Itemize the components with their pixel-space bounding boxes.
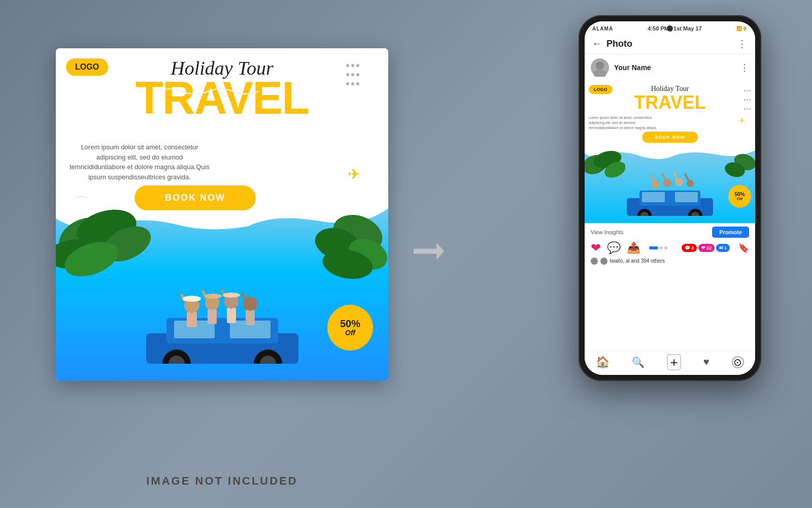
dot-active — [649, 246, 658, 249]
view-insights-link[interactable]: View Insights — [591, 229, 624, 235]
mini-discount-off: Off — [737, 197, 742, 202]
mini-dot-pattern — [743, 85, 751, 112]
likers-text: lwaito, al and 394 others — [610, 258, 665, 264]
nav-bar: ← Photo ⋮ — [585, 34, 755, 54]
message-badge: ✉ 1 — [716, 244, 730, 252]
svg-point-30 — [205, 294, 222, 299]
mini-scene — [619, 150, 721, 218]
action-area: View Insights Promote ❤ 💬 📤 💬 4 — [585, 223, 755, 270]
profile-row: Your Name ⋮ — [585, 54, 755, 81]
book-now-label: BOOK NOW — [165, 193, 225, 203]
discount-percent: 50% — [340, 318, 360, 329]
carrier-text: ALAMA — [592, 26, 613, 31]
nav-profile-button[interactable]: ⊙ — [732, 356, 744, 368]
mini-title: TRAVEL — [634, 92, 705, 113]
svg-rect-43 — [675, 192, 698, 202]
nav-heart-button[interactable]: ♥ — [703, 356, 709, 368]
status-icons: 📶🔋 — [736, 26, 748, 31]
status-time: 4:50 PM | 1st May 17 — [648, 25, 701, 31]
dot-inactive-1 — [660, 246, 663, 249]
phone-mockup: ALAMA 4:50 PM | 1st May 17 📶🔋 ← Photo ⋮ … — [579, 15, 761, 381]
mini-discount-percent: 50% — [734, 192, 745, 197]
reaction-bar: ❤ 💬 📤 💬 4 ❤ 12 — [591, 241, 749, 255]
design-card: LOGO Holiday Tour TRAVEL Lorem ipsum dol… — [56, 48, 388, 381]
mini-description: Lorem ipsum dolor sit amet, consectetur … — [589, 115, 660, 130]
mini-trees-right — [725, 144, 755, 185]
bottom-navigation: 🏠 🔍 + ♥ ⊙ — [585, 351, 755, 375]
liker-avatar-1 — [591, 258, 598, 265]
svg-rect-21 — [208, 309, 217, 324]
mini-plane-icon: ✈ — [739, 116, 745, 124]
back-button[interactable]: ← — [592, 39, 601, 49]
mini-post-card: LOGO Holiday Tour TRAVEL Lorem ipsum dol… — [585, 81, 755, 223]
plane-icon: ✈ — [348, 165, 360, 183]
mini-book-button[interactable]: BOOK NOW — [642, 132, 698, 143]
comment-badge: 💬 4 — [682, 244, 697, 252]
bookmark-button[interactable]: 🔖 — [738, 242, 749, 253]
card-image-area: 50% Off — [56, 198, 388, 381]
phone-camera — [667, 25, 673, 31]
nav-title: Photo — [606, 39, 737, 49]
mini-discount-badge: 50% Off — [728, 185, 751, 208]
svg-point-29 — [183, 296, 201, 302]
message-count: 1 — [724, 245, 727, 250]
avatar — [591, 58, 609, 77]
comment-count: 4 — [691, 245, 694, 250]
logo-badge: LOGO — [66, 58, 108, 76]
notification-badges: 💬 4 ❤ 12 ✉ 1 — [682, 244, 730, 252]
nav-home-button[interactable]: 🏠 — [596, 356, 610, 369]
share-button[interactable]: 📤 — [627, 241, 640, 255]
dot-pattern — [345, 61, 370, 81]
arrow-icon — [411, 239, 447, 270]
promote-button[interactable]: Promote — [712, 227, 749, 238]
discount-badge: 50% Off — [327, 305, 373, 351]
description-text: Lorem ipsum dolor sit amet, consectetur … — [69, 142, 211, 182]
mini-logo-badge: LOGO — [589, 85, 613, 94]
svg-rect-42 — [642, 192, 665, 202]
more-options-button[interactable]: ⋮ — [737, 38, 748, 50]
dot-inactive-2 — [664, 246, 667, 249]
mini-card-image: 50% Off — [585, 144, 755, 223]
wave-decoration — [157, 86, 259, 87]
trees-right — [312, 198, 388, 290]
username-text: Your Name — [614, 64, 735, 72]
profile-menu-button[interactable]: ⋮ — [740, 62, 749, 73]
svg-point-34 — [593, 70, 606, 77]
svg-rect-24 — [227, 308, 236, 323]
svg-rect-27 — [246, 310, 255, 325]
main-title: TRAVEL — [121, 78, 324, 119]
book-now-button[interactable]: BOOK NOW — [134, 185, 256, 210]
comment-button[interactable]: 💬 — [607, 241, 621, 255]
mini-card-top: LOGO Holiday Tour TRAVEL Lorem ipsum dol… — [585, 81, 755, 152]
svg-rect-18 — [187, 312, 197, 327]
logo-text: LOGO — [75, 62, 99, 71]
scene — [136, 237, 309, 366]
like-badge: ❤ 12 — [698, 244, 715, 252]
like-count: 12 — [706, 245, 712, 250]
card-top-section: LOGO Holiday Tour TRAVEL Lorem ipsum dol… — [56, 48, 388, 221]
svg-marker-32 — [414, 243, 444, 260]
bottom-label: IMAGE NOT INCLUDED — [56, 474, 388, 488]
insights-row: View Insights Promote — [591, 227, 749, 238]
nav-add-button[interactable]: + — [667, 354, 681, 370]
heart-button[interactable]: ❤ — [591, 241, 601, 255]
svg-point-31 — [223, 293, 240, 298]
svg-point-33 — [596, 61, 604, 70]
likers-row: lwaito, al and 394 others — [591, 258, 749, 265]
liker-avatar-2 — [600, 258, 607, 265]
phone-screen: ALAMA 4:50 PM | 1st May 17 📶🔋 ← Photo ⋮ … — [585, 21, 755, 375]
dot-indicators — [649, 246, 667, 249]
discount-off: Off — [345, 329, 355, 337]
nav-search-button[interactable]: 🔍 — [632, 356, 645, 368]
